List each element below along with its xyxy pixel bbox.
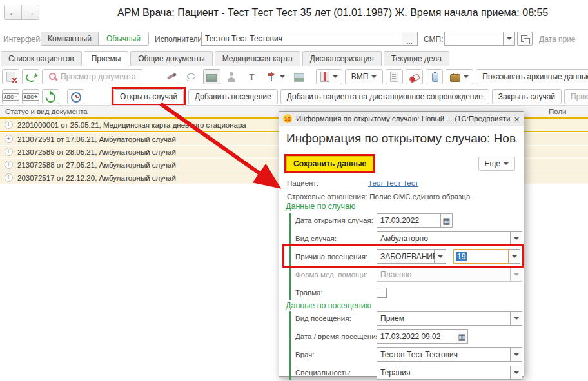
folder-tool-button[interactable] (203, 69, 220, 84)
visit-datetime-calendar-button[interactable]: ▦ (456, 329, 468, 344)
plus-sign: + (34, 95, 37, 98)
abc-plus-button[interactable]: ABC+ (22, 89, 39, 104)
tab-label: Диспансеризация (310, 54, 374, 63)
doctor-combo[interactable]: Тестов Тест Тестович (377, 347, 511, 362)
reply-arrows-icon (24, 73, 36, 83)
open-date-fieldwrap: 17.03.2022 ▦ (377, 213, 453, 228)
close-icon[interactable]: × (514, 114, 520, 124)
visit-reason-code-fieldwrap: 19 (453, 249, 520, 264)
specialty-combo[interactable]: Терапия (377, 366, 511, 380)
folder-icon (206, 74, 217, 82)
vaccine-button[interactable] (426, 69, 443, 84)
chevron-down-icon (512, 255, 517, 258)
visit-reason-dropdown-button[interactable] (435, 249, 446, 264)
chevron-down-icon (514, 371, 519, 374)
chevron-down-icon (507, 37, 512, 40)
forward-button[interactable]: → (22, 5, 39, 20)
exit-room-button[interactable] (316, 69, 342, 84)
case-type-combo[interactable]: Амбулаторно (377, 231, 511, 246)
executors-input[interactable]: Тестов Тест Тестович (201, 32, 402, 46)
refresh-button[interactable] (42, 89, 59, 104)
patient-tool-button[interactable] (223, 69, 240, 84)
abc-minus-button[interactable]: ABC− (2, 89, 19, 104)
add-remote-label: Добавить пациента на дистанционное сопро… (287, 92, 483, 101)
abc-text: ABC (4, 95, 14, 99)
open-date-input[interactable]: 17.03.2022 (377, 213, 441, 228)
column-status-header[interactable]: Статус и вид документа (5, 108, 88, 115)
text-tool-button[interactable]: T (243, 69, 260, 84)
visit-reason-fieldwrap: ЗАБОЛЕВАНИЕ (377, 249, 446, 264)
marker-tool-button[interactable] (163, 69, 181, 84)
case-type-dropdown-button[interactable] (511, 231, 522, 246)
smp-dropdown-button[interactable] (504, 32, 515, 46)
open-date-calendar-button[interactable]: ▦ (441, 213, 453, 228)
save-annotation-box: Сохранить данные (284, 154, 375, 173)
open-date-label: Дата открытия случая: (295, 217, 377, 224)
close-case-button[interactable]: Закрыть случай (492, 89, 562, 104)
specialty-dropdown-button[interactable] (511, 366, 522, 380)
tab-current-tasks[interactable]: Текущие дела (384, 51, 449, 66)
more-menu-button[interactable]: Еще (478, 157, 515, 171)
open-case-label: Открыть случай (120, 92, 177, 101)
lasso-tool-button[interactable] (183, 69, 201, 84)
interface-compact-button[interactable]: Компактный (41, 32, 99, 45)
visit-reason-combo[interactable]: ЗАБОЛЕВАНИЕ (377, 249, 435, 264)
interface-normal-button[interactable]: Обычный (99, 32, 148, 45)
tab-dispensary[interactable]: Диспансеризация (302, 51, 382, 66)
add-visit-button[interactable]: Добавить посещение (188, 89, 278, 104)
visit-type-combo[interactable]: Прием (377, 311, 511, 326)
ellipsis-icon: ... (407, 37, 413, 45)
delete-document-button[interactable] (2, 69, 19, 84)
tab-patient-list[interactable]: Список пациентов (1, 51, 82, 66)
trauma-checkbox[interactable] (377, 288, 387, 298)
visit-datetime-fieldwrap: 17.03.2022 09:02 ▦ (377, 329, 468, 344)
route-tool-button[interactable] (263, 69, 288, 84)
doctor-dropdown-button[interactable] (511, 347, 522, 362)
visit-datetime-input[interactable]: 17.03.2022 09:02 (377, 329, 456, 344)
visit-reason-label: Причина посещения: (295, 253, 377, 260)
dialog-titlebar[interactable]: 1С Информация по открытому случаю: Новый… (279, 112, 524, 126)
expand-row-icon[interactable]: + (5, 161, 13, 169)
tab-common-documents[interactable]: Общие документы (130, 51, 212, 66)
image-tool-button[interactable] (291, 69, 308, 84)
show-archive-button[interactable]: Показывать архивные данные (476, 69, 588, 84)
resend-button[interactable] (22, 69, 39, 84)
attach-button[interactable]: Прикрепить М (564, 89, 588, 104)
selected-text: 19 (456, 252, 467, 261)
smp-open-window-button[interactable] (517, 32, 533, 46)
add-remote-monitoring-button[interactable]: Добавить пациента на дистанционное сопро… (280, 89, 489, 104)
expand-row-icon[interactable]: + (5, 121, 13, 129)
tab-medical-card[interactable]: Медицинская карта (215, 51, 300, 66)
person-icon (226, 72, 237, 82)
save-data-button[interactable]: Сохранить данные (286, 156, 373, 171)
visit-reason-code-input[interactable]: 19 (453, 249, 509, 264)
case-type-label: Вид случая: (295, 235, 377, 242)
column-policy-header[interactable]: Поли (549, 108, 567, 115)
medication-button[interactable] (406, 69, 423, 84)
expand-row-icon[interactable]: + (5, 148, 13, 156)
back-button[interactable]: ← (4, 5, 22, 20)
briefcase-menu-button[interactable] (446, 69, 473, 84)
tab-receptions[interactable]: Приемы (84, 51, 129, 66)
insurance-label: Страховые отношения: (287, 193, 367, 200)
executors-more-button[interactable]: ... (402, 32, 418, 46)
view-document-button[interactable]: Просмотр документа (42, 69, 142, 84)
timeline-button[interactable] (67, 89, 84, 104)
open-case-annotation-box: Открыть случай (112, 87, 186, 106)
expand-row-icon[interactable]: + (5, 173, 13, 182)
tab-label: Общие документы (138, 54, 204, 63)
visit-type-dropdown-button[interactable] (511, 311, 522, 326)
visit-reason-code-dropdown-button[interactable] (509, 249, 520, 264)
open-case-dialog: 1С Информация по открытому случаю: Новый… (279, 111, 524, 377)
vmp-button[interactable]: ВМП (345, 69, 384, 84)
patient-link[interactable]: Тест Тест Тест (368, 179, 418, 187)
patient-label: Пациент: (287, 179, 368, 187)
patient-row: Пациент: Тест Тест Тест (287, 177, 418, 190)
smp-input[interactable] (444, 32, 504, 46)
open-case-button[interactable]: Открыть случай (113, 89, 184, 104)
calendar-icon: ▦ (458, 333, 466, 341)
recipe-document-button[interactable] (386, 69, 403, 84)
trauma-row: Травма: (295, 286, 522, 300)
expand-row-icon[interactable]: + (5, 135, 13, 143)
add-visit-label: Добавить посещение (195, 92, 271, 101)
